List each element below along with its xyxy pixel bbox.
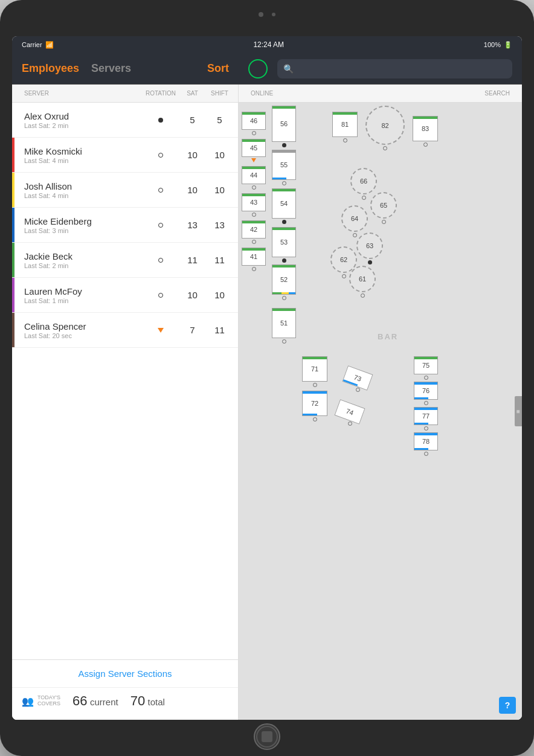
table-item[interactable]: 44: [242, 166, 266, 190]
table-indicator: [382, 220, 386, 224]
table-item[interactable]: 42: [242, 220, 266, 244]
emp-info: Mike KosmickiLast Sat: 4 min: [17, 146, 143, 164]
table-item[interactable]: 43: [242, 193, 266, 217]
table-shape: 78: [414, 432, 438, 450]
table-item[interactable]: 54: [272, 188, 296, 224]
table-item[interactable]: 61: [349, 266, 376, 298]
table-shape: 42: [242, 220, 266, 239]
assign-button[interactable]: Assign Server Sections: [12, 660, 238, 688]
employee-row[interactable]: Jackie BeckLast Sat: 2 min1111: [12, 243, 238, 278]
table-indicator: [383, 146, 387, 150]
table-item[interactable]: 74: [336, 403, 363, 426]
table-item[interactable]: 78: [414, 432, 438, 456]
employee-row[interactable]: Josh AllisonLast Sat: 4 min1010: [12, 173, 238, 208]
table-shape: 64: [341, 205, 368, 232]
rotation-dot-empty: [158, 223, 163, 228]
emp-name: Mike Kosmicki: [24, 146, 143, 156]
table-item[interactable]: 82: [365, 106, 405, 150]
bar-label: BAR: [378, 332, 398, 341]
covers-icon: 👥: [22, 696, 34, 707]
employee-row[interactable]: Mike KosmickiLast Sat: 4 min1010: [12, 138, 238, 173]
emp-sub: Last Sat: 4 min: [24, 192, 143, 199]
status-bar: Carrier 📶 12:24 AM 100% 🔋: [12, 36, 522, 53]
emp-rotation: [143, 328, 179, 333]
table-indicator: [252, 240, 256, 244]
emp-info: Micke EidenbergLast Sat: 3 min: [17, 216, 143, 234]
floor-map[interactable]: BAR ≡ 4645444342415655545352518182836665…: [239, 103, 522, 720]
emp-name: Celina Spencer: [24, 321, 143, 332]
tab-employees[interactable]: Employees: [22, 62, 79, 75]
ipad-screen: Carrier 📶 12:24 AM 100% 🔋 Employees Serv…: [12, 36, 522, 720]
emp-info: Josh AllisonLast Sat: 4 min: [17, 181, 143, 199]
rotation-triangle: [158, 328, 164, 333]
employee-row[interactable]: Alex OxrudLast Sat: 2 min55: [12, 103, 238, 138]
status-right: 100% 🔋: [484, 41, 512, 49]
home-button-inner: [256, 726, 278, 748]
emp-shift: 10: [206, 150, 233, 160]
table-item[interactable]: 72: [302, 391, 327, 421]
employee-row[interactable]: Celina SpencerLast Sat: 20 sec711: [12, 313, 238, 348]
table-item[interactable]: 52: [272, 264, 296, 300]
table-shape: 83: [413, 116, 438, 141]
table-item[interactable]: 76: [414, 382, 438, 405]
rotation-dot-empty: [158, 293, 163, 298]
current-value: 66: [72, 693, 87, 708]
table-item[interactable]: 77: [414, 407, 438, 431]
table-item[interactable]: 71: [302, 356, 327, 387]
camera-area: [259, 12, 275, 17]
help-button[interactable]: ?: [499, 697, 516, 714]
nav-right: 🔍: [239, 59, 522, 78]
employee-row[interactable]: Micke EidenbergLast Sat: 3 min1313: [12, 208, 238, 243]
emp-sub: Last Sat: 20 sec: [24, 332, 143, 339]
table-shape: 51: [272, 308, 296, 338]
covers-label: TODAY'SCOVERS: [37, 695, 60, 707]
table-shape: 46: [242, 112, 266, 130]
table-shape: 44: [242, 166, 266, 184]
emp-rotation: [143, 188, 179, 193]
ipad-frame: Carrier 📶 12:24 AM 100% 🔋 Employees Serv…: [0, 0, 534, 756]
table-shape: 73: [343, 365, 373, 390]
covers-group: 👥 TODAY'SCOVERS: [22, 695, 60, 707]
table-item[interactable]: 46: [242, 112, 266, 135]
home-button[interactable]: [254, 723, 280, 750]
table-shape: 45: [242, 139, 266, 157]
table-shape: 72: [302, 391, 327, 416]
search-icon: 🔍: [283, 64, 294, 74]
table-item[interactable]: 65: [370, 192, 397, 224]
search-label: SEARCH: [484, 90, 510, 97]
table-shape: 41: [242, 248, 266, 266]
emp-color-bar: [12, 138, 14, 172]
emp-color-bar: [12, 278, 14, 312]
tab-servers[interactable]: Servers: [91, 62, 131, 75]
table-shape: 63: [356, 232, 383, 259]
table-item[interactable]: 51: [272, 308, 296, 344]
emp-color-bar: [12, 243, 14, 277]
search-bar[interactable]: 🔍: [277, 59, 512, 78]
table-item[interactable]: 73: [344, 370, 371, 392]
table-indicator: [342, 274, 346, 278]
emp-name: Micke Eidenberg: [24, 216, 143, 226]
table-item[interactable]: 41: [242, 248, 266, 271]
table-item[interactable]: 75: [414, 356, 438, 380]
table-item[interactable]: 45: [242, 139, 266, 162]
sidebar-toggle[interactable]: ≡: [515, 396, 522, 426]
table-indicator: [423, 143, 428, 147]
emp-shift: 13: [206, 220, 233, 230]
table-indicator: [368, 260, 372, 264]
table-indicator: [282, 220, 286, 224]
table-item[interactable]: 81: [332, 112, 358, 143]
table-item[interactable]: 83: [413, 116, 438, 147]
sort-button[interactable]: Sort: [207, 62, 229, 75]
table-item[interactable]: 55: [272, 150, 296, 185]
employee-row[interactable]: Lauren McFoyLast Sat: 1 min1010: [12, 278, 238, 313]
table-item[interactable]: 63: [356, 232, 383, 264]
table-item[interactable]: 56: [272, 106, 296, 147]
table-indicator: [282, 143, 286, 147]
table-shape: 61: [349, 266, 376, 292]
emp-shift: 11: [206, 325, 233, 335]
footer-stats: 👥 TODAY'SCOVERS 66 current 70 total: [12, 688, 238, 714]
status-left: Carrier 📶: [22, 41, 54, 49]
table-shape: 53: [272, 227, 296, 257]
table-shape: 77: [414, 407, 438, 425]
table-item[interactable]: 53: [272, 227, 296, 263]
